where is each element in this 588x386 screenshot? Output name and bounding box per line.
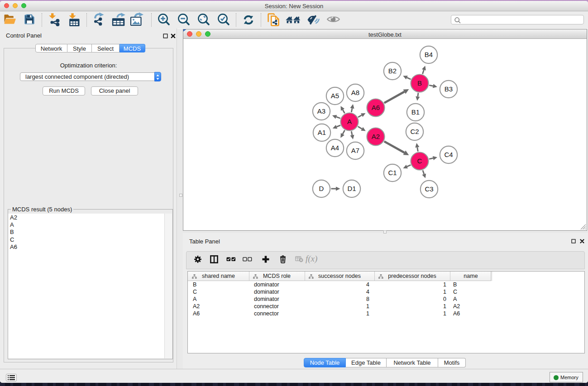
svg-text:C4: C4 xyxy=(444,151,453,158)
svg-text:D1: D1 xyxy=(347,185,356,192)
svg-text:A2: A2 xyxy=(372,133,380,140)
svg-text:A6: A6 xyxy=(372,104,380,111)
svg-text:B4: B4 xyxy=(425,51,433,58)
svg-text:C1: C1 xyxy=(388,169,397,176)
svg-text:B3: B3 xyxy=(445,85,453,93)
svg-text:A7: A7 xyxy=(351,147,359,154)
svg-text:A8: A8 xyxy=(351,89,359,96)
svg-text:A5: A5 xyxy=(331,92,339,100)
svg-text:D: D xyxy=(319,185,324,192)
svg-text:A: A xyxy=(347,118,352,125)
svg-text:C3: C3 xyxy=(425,185,433,193)
svg-text:B1: B1 xyxy=(411,108,420,116)
svg-text:A1: A1 xyxy=(318,129,326,136)
svg-text:B2: B2 xyxy=(388,67,397,75)
svg-text:B: B xyxy=(417,79,422,87)
svg-text:C2: C2 xyxy=(410,128,419,135)
svg-text:C: C xyxy=(417,157,422,165)
svg-text:A4: A4 xyxy=(331,144,339,152)
svg-text:A3: A3 xyxy=(317,107,325,115)
